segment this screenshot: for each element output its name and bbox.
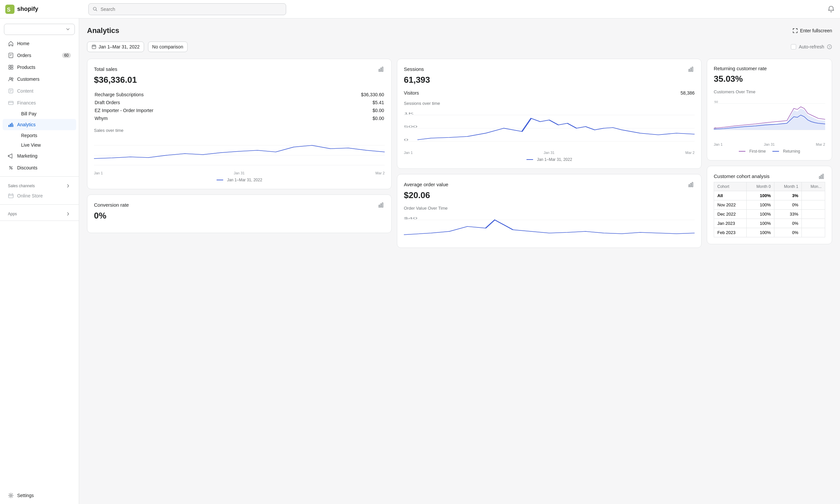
xaxis-label: Jan 31 — [543, 151, 554, 155]
row-label: Whym — [95, 115, 302, 122]
svg-rect-4 — [9, 65, 11, 67]
sidebar-item-marketing-label: Marketing — [17, 153, 37, 159]
auto-refresh-checkbox[interactable] — [791, 44, 796, 50]
sidebar-sub-analytics: Reports Live View — [0, 130, 79, 150]
main-cards-grid: Total sales $36,336.01 Recharge Subscrip… — [87, 59, 832, 248]
sessions-card: Sessions 61,393 Visitors 58,386 Sessions… — [397, 59, 701, 169]
svg-rect-29 — [379, 205, 380, 207]
date-filter-button[interactable]: Jan 1–Mar 31, 2022 — [87, 41, 144, 52]
svg-point-2 — [93, 7, 96, 10]
enter-fullscreen-button[interactable]: Enter fullscreen — [792, 28, 832, 34]
sessions-chart-title: Sessions over time — [404, 101, 695, 106]
layout: Home Orders 60 Products Customers Conten… — [0, 18, 840, 504]
sidebar-item-orders[interactable]: Orders 60 — [3, 50, 76, 61]
cohort-header: Customer cohort analysis — [714, 173, 825, 179]
svg-rect-11 — [8, 102, 13, 105]
sidebar-item-home[interactable]: Home — [3, 38, 76, 49]
avg-order-chart-icon[interactable] — [688, 181, 695, 187]
search-bar[interactable] — [88, 3, 286, 15]
sidebar-item-billpay[interactable]: Bill Pay — [17, 109, 76, 118]
svg-rect-31 — [382, 203, 383, 207]
sessions-chart-legend: Jan 1–Mar 31, 2022 — [404, 157, 695, 162]
svg-rect-23 — [379, 69, 380, 72]
cohort-cell — [802, 219, 825, 228]
sales-chart-legend: Jan 1–Mar 31, 2022 — [94, 178, 385, 182]
sidebar-item-products[interactable]: Products — [3, 61, 76, 73]
cohort-chart-icon[interactable] — [819, 173, 825, 179]
xaxis-label: Jan 31 — [764, 142, 775, 146]
sales-chart-title: Sales over time — [94, 128, 385, 133]
comparison-button[interactable]: No comparison — [148, 41, 187, 52]
products-icon — [8, 64, 14, 70]
avg-order-card: Average order value $20.06 Order Value O… — [397, 174, 701, 248]
bell-icon[interactable] — [827, 5, 835, 13]
svg-point-9 — [12, 78, 13, 79]
table-row: All 100% 3% — [714, 191, 825, 200]
online-store-icon — [8, 193, 14, 199]
total-sales-chart-icon[interactable] — [378, 66, 385, 72]
sidebar-item-marketing[interactable]: Marketing — [3, 150, 76, 162]
sidebar-item-liveview[interactable]: Live View — [17, 140, 76, 150]
table-row: Recharge Subscriptions $36,330.60 — [95, 91, 384, 98]
xaxis-label: Jan 31 — [234, 171, 245, 175]
sidebar: Home Orders 60 Products Customers Conten… — [0, 18, 79, 504]
cohort-cell: All — [714, 191, 747, 200]
sidebar-item-online-store-label: Online Store — [17, 193, 43, 198]
table-row: Dec 2022 100% 33% — [714, 210, 825, 219]
comparison-label: No comparison — [152, 44, 183, 50]
legend-label: Jan 1–Mar 31, 2022 — [227, 178, 263, 182]
fullscreen-icon — [792, 28, 798, 34]
sidebar-item-online-store[interactable]: Online Store — [3, 190, 76, 201]
avg-order-chart-container: $40 — [404, 213, 695, 241]
sales-channels-label[interactable]: Sales channels — [3, 181, 76, 190]
svg-rect-43 — [692, 182, 693, 187]
cohort-cell: 100% — [747, 219, 774, 228]
sidebar-item-customers[interactable]: Customers — [3, 73, 76, 85]
row-label: EZ Importer - Order Importer — [95, 107, 302, 114]
returning-chart-svg: 50 0 — [714, 97, 825, 140]
cohort-cell: Feb 2023 — [714, 228, 747, 237]
cohort-col-header: Month 1 — [774, 182, 802, 191]
main-content: Analytics Enter fullscreen Jan 1–Mar 31,… — [79, 18, 840, 504]
svg-text:500: 500 — [404, 125, 417, 128]
chevron-right-icon-2 — [66, 211, 71, 217]
help-icon[interactable]: ? — [827, 44, 832, 50]
apps-label[interactable]: Apps — [3, 209, 76, 218]
filter-bar: Jan 1–Mar 31, 2022 No comparison Auto-re… — [87, 41, 832, 52]
avg-order-chart-title: Order Value Over Time — [404, 206, 695, 211]
sidebar-item-settings[interactable]: Settings — [3, 490, 76, 501]
svg-rect-34 — [692, 67, 693, 72]
first-time-legend — [739, 151, 745, 151]
svg-rect-24 — [380, 68, 381, 72]
calendar-icon — [91, 44, 96, 50]
cohort-cell: 100% — [747, 200, 774, 210]
sessions-chart-icon[interactable] — [688, 66, 695, 72]
conversion-chart-icon[interactable] — [378, 201, 385, 208]
cohort-cell: Jan 2023 — [714, 219, 747, 228]
sidebar-item-discounts[interactable]: Discounts — [3, 162, 76, 174]
cohort-cell: 100% — [747, 191, 774, 200]
sidebar-item-content[interactable]: Content — [3, 85, 76, 96]
fullscreen-label: Enter fullscreen — [800, 28, 832, 33]
svg-point-19 — [10, 494, 12, 496]
sidebar-item-home-label: Home — [17, 41, 29, 46]
search-input[interactable] — [101, 6, 282, 12]
avg-order-value: $20.06 — [404, 190, 695, 200]
svg-rect-42 — [690, 183, 691, 187]
auto-refresh-label: Auto-refresh — [799, 44, 824, 50]
topbar: S shopify — [0, 0, 840, 18]
table-row: EZ Importer - Order Importer $0.00 — [95, 107, 384, 114]
search-icon — [93, 6, 98, 12]
sidebar-item-analytics[interactable]: Analytics — [3, 119, 76, 130]
sidebar-item-finances[interactable]: Finances — [3, 97, 76, 108]
conversion-value: 0% — [94, 211, 385, 221]
sidebar-item-liveview-label: Live View — [21, 142, 41, 148]
svg-rect-33 — [690, 68, 691, 72]
cohort-cell: 3% — [774, 191, 802, 200]
sidebar-item-reports[interactable]: Reports — [17, 131, 76, 140]
xaxis-label: Mar 2 — [685, 151, 695, 155]
row-value: $36,330.60 — [303, 91, 384, 98]
store-selector[interactable] — [4, 24, 75, 35]
svg-rect-51 — [819, 176, 820, 179]
sidebar-item-analytics-label: Analytics — [17, 122, 36, 127]
